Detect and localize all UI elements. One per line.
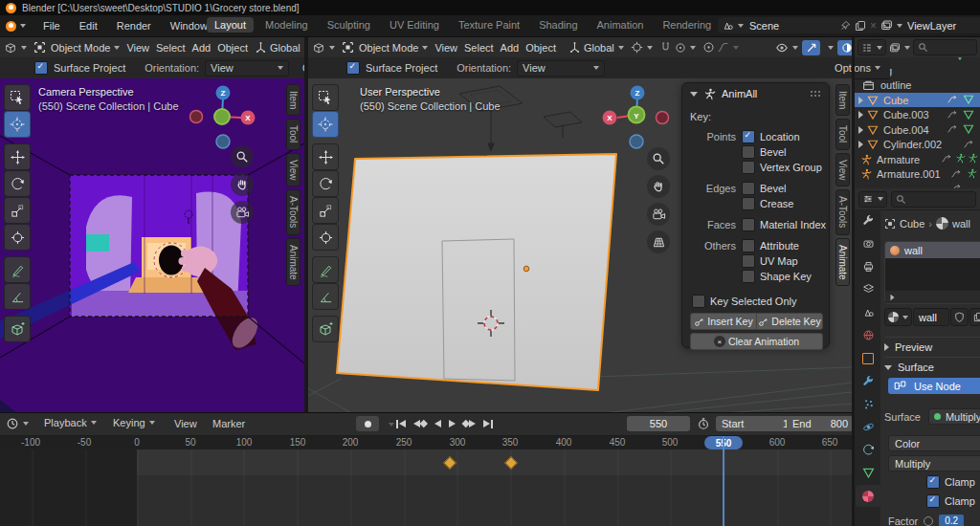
bevel-points-checkbox[interactable] [742,145,755,159]
uv-map-checkbox[interactable] [742,254,755,268]
surface-project-checkbox[interactable] [346,61,360,75]
keying-set-dropdown[interactable] [389,423,394,427]
blender-menu-button[interactable] [6,21,26,32]
camera-view-icon[interactable] [231,201,254,224]
snap-toggle[interactable] [659,41,696,54]
editor-type-button[interactable] [312,41,335,55]
menu-select[interactable]: Select [464,42,494,54]
tool-annotate[interactable] [312,256,339,283]
menu-edit[interactable]: Edit [78,20,100,32]
tool-move[interactable] [312,143,339,170]
menu-add[interactable]: Add [501,42,520,54]
attribute-checkbox[interactable] [742,239,755,252]
jump-to-end-button[interactable] [483,420,493,428]
timeline-editor-type-button[interactable] [6,417,29,430]
tool-transform[interactable] [4,224,31,251]
orientation-dropdown[interactable]: View [205,60,289,77]
menu-window[interactable]: Window [168,20,210,32]
surface-shader-dropdown[interactable]: Multiply [928,408,980,425]
menu-view[interactable]: View [126,42,149,54]
surface-section-header[interactable]: Surface [884,357,980,373]
viewport-split-handle[interactable] [304,37,308,413]
blend-mode-dropdown[interactable]: Multiply [888,455,980,471]
current-frame-field[interactable]: 550 [627,416,690,431]
fake-user-shield-button[interactable] [950,308,969,326]
viewlayer-selector[interactable]: ViewLayer [877,17,980,33]
material-index-checkbox[interactable] [742,218,755,231]
navigation-gizmo[interactable]: Z X Y [598,82,675,151]
location-checkbox[interactable] [742,130,755,143]
tool-scale[interactable] [312,197,339,224]
orientation-dropdown[interactable]: View [517,60,605,77]
gizmo-neg-x[interactable] [190,111,203,123]
material-slot-selected[interactable]: wall [885,242,980,258]
scene-selector[interactable]: Scene × [718,17,880,33]
workspace-tab-animation[interactable]: Animation [590,17,652,33]
pan-hand-icon[interactable] [231,173,254,196]
options-button[interactable]: Options [835,62,880,74]
panel-collapse-icon[interactable] [690,92,698,97]
pin-icon[interactable] [840,20,851,31]
material-browse-button[interactable] [884,308,912,326]
camera-view-icon[interactable] [647,203,670,226]
user-viewport[interactable]: User Perspective (550) Scene Collection … [308,78,852,413]
pan-hand-icon[interactable] [647,175,670,198]
key-selected-only-checkbox[interactable] [692,295,705,308]
breadcrumb-material[interactable]: wall [952,218,970,230]
tab-particles[interactable] [856,393,880,415]
color-input-row[interactable]: Color [888,435,980,451]
tool-cursor[interactable] [312,111,339,138]
outliner-search-input[interactable] [913,39,977,55]
gizmo-neg-x[interactable] [657,112,669,124]
zoom-icon[interactable] [647,147,670,170]
tool-annotate[interactable] [4,256,31,283]
material-slot-list[interactable]: wall [884,241,980,304]
tab-item[interactable]: Item [286,84,301,116]
tab-tool[interactable] [856,209,880,231]
mode-selector[interactable]: Object Mode [342,41,428,54]
slot-expand-icon[interactable] [891,294,895,299]
play-button[interactable] [449,420,456,427]
outliner-row-cube004[interactable]: Cube.004 [855,122,980,137]
crease-checkbox[interactable] [742,197,755,210]
object-visibility-button[interactable] [775,41,798,55]
tab-render[interactable] [856,232,880,254]
outliner-row-armature[interactable]: Armature [855,152,980,166]
menu-select[interactable]: Select [156,42,186,54]
camera-viewport[interactable]: Camera Perspective (550) Scene Collectio… [0,78,304,413]
tool-rotate[interactable] [4,170,31,197]
tab-tool[interactable]: Tool [835,119,850,149]
menu-view[interactable]: View [434,42,457,54]
outliner-filter-button[interactable] [889,42,910,54]
clamp-checkbox-1[interactable] [926,475,940,489]
navigation-gizmo[interactable]: Z X [184,82,260,151]
auto-keying-record-button[interactable] [356,416,379,431]
playhead[interactable] [723,436,724,526]
orthographic-grid-icon[interactable] [647,230,670,253]
workspace-tab-modeling[interactable]: Modeling [257,17,316,33]
tab-constraints[interactable] [856,439,880,461]
zoom-icon[interactable] [231,145,254,168]
tab-world[interactable] [856,324,880,346]
workspace-tab-sculpting[interactable]: Sculpting [320,17,378,33]
outliner-row-partial[interactable] [855,182,980,188]
shape-key-checkbox[interactable] [742,270,755,283]
tab-tool[interactable]: Tool [286,119,301,149]
editor-split-handle[interactable] [852,37,855,526]
menu-add[interactable]: Add [192,42,212,54]
menu-file[interactable]: File [41,20,62,32]
outliner-display-mode-button[interactable] [858,39,886,55]
pivot-point-button[interactable] [631,41,653,54]
tool-add-cube[interactable] [312,316,339,342]
play-reverse-button[interactable] [434,420,441,427]
workspace-tab-texture-paint[interactable]: Texture Paint [451,17,527,33]
workspace-tab-rendering[interactable]: Rendering [655,17,716,33]
tool-scale[interactable] [4,197,31,224]
tab-object-data[interactable] [856,462,880,484]
tab-view[interactable]: View [835,153,850,187]
tab-object[interactable] [856,347,880,369]
outliner-row-collection[interactable]: outline [855,78,980,93]
tab-a-tools[interactable]: A-Tools [835,189,850,234]
tab-view-layer[interactable] [856,278,880,300]
tab-a-tools[interactable]: A-Tools [286,189,301,234]
